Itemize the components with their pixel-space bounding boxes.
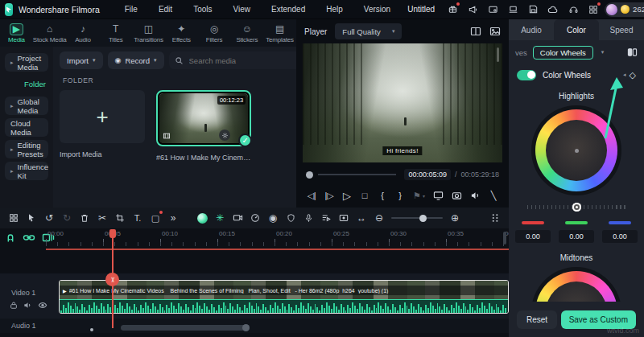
menu-file[interactable]: File: [114, 5, 148, 14]
search-input[interactable]: [188, 55, 297, 66]
tab-audio[interactable]: ♪ Audio: [67, 23, 100, 43]
delete-icon[interactable]: [76, 209, 93, 227]
zoom-slider-handle[interactable]: [419, 215, 427, 222]
link-clips-icon[interactable]: [23, 232, 35, 243]
tab-stickers[interactable]: ☺ Stickers: [230, 23, 263, 43]
volume-button[interactable]: [470, 191, 481, 200]
highlights-luminance-slider[interactable]: [527, 203, 625, 212]
sidebar-item-editing-presets[interactable]: ▸ Editing Presets: [5, 140, 48, 158]
seek-track[interactable]: [318, 174, 396, 175]
play-button[interactable]: ▷: [342, 190, 352, 202]
tab-color-props[interactable]: Color: [554, 19, 599, 40]
sidebar-item-global-media[interactable]: ▸ Global Media: [5, 97, 48, 115]
crop-icon[interactable]: [111, 209, 129, 227]
color-wheels-chip[interactable]: Color Wheels: [533, 46, 593, 60]
mark-out-button[interactable]: }: [395, 191, 405, 200]
record-button[interactable]: ◉ Record ▾: [108, 51, 164, 69]
account-credits-pill[interactable]: 26286: [605, 2, 644, 17]
motion-track-icon[interactable]: ◉: [264, 209, 282, 227]
undo-icon[interactable]: ↺: [40, 209, 58, 227]
sidebar-item-cloud-media[interactable]: Cloud Media: [5, 118, 48, 137]
save-icon[interactable]: [526, 3, 539, 16]
tab-templates[interactable]: ▤ Templates: [263, 23, 296, 43]
track-mute-icon[interactable]: [23, 301, 32, 310]
menu-view[interactable]: View: [222, 5, 261, 14]
menu-version[interactable]: Version: [353, 5, 401, 14]
mark-in-button[interactable]: {: [378, 191, 387, 200]
menu-help[interactable]: Help: [316, 5, 353, 14]
timeline-ruler[interactable]: 00:00 00:05 00:10 00:15 00:20 00:25 00:3…: [0, 228, 509, 249]
card-settings-icon[interactable]: [486, 3, 499, 16]
text-tool-icon[interactable]: T.: [129, 209, 147, 227]
auto-resize-icon[interactable]: ↔: [353, 209, 370, 227]
toolbox-icon[interactable]: [5, 209, 23, 227]
expand-chevron-icon[interactable]: ▸: [10, 168, 14, 175]
red-value[interactable]: 0.00: [515, 230, 551, 243]
highlights-color-wheel[interactable]: [531, 105, 621, 195]
chevron-down-icon[interactable]: ▾: [601, 49, 605, 55]
display-output-button[interactable]: [433, 191, 444, 200]
mask-shield-icon[interactable]: [282, 209, 299, 227]
camera-add-icon[interactable]: [229, 209, 246, 227]
voiceover-mic-icon[interactable]: [299, 209, 317, 227]
timeline-horizontal-scrollbar[interactable]: [121, 325, 250, 331]
snapshot-camera-button[interactable]: [452, 191, 462, 200]
expand-chevron-icon[interactable]: ▸: [10, 60, 14, 66]
menu-tools[interactable]: Tools: [183, 5, 222, 14]
tab-audio-props[interactable]: Audio: [509, 19, 554, 40]
magnet-snap-icon[interactable]: [5, 232, 16, 244]
ai-mask-icon[interactable]: ✳: [211, 209, 229, 227]
search-box[interactable]: [169, 51, 303, 69]
compare-before-after-icon[interactable]: [627, 47, 638, 57]
preview-video[interactable]: Hi friends!: [303, 43, 502, 162]
render-preview-icon[interactable]: [317, 209, 335, 227]
menu-extended[interactable]: Extended: [261, 5, 316, 14]
sidebar-item-folder[interactable]: Folder: [5, 75, 48, 93]
tab-filters[interactable]: ◎ Filters: [198, 23, 231, 43]
slider-handle[interactable]: [572, 203, 581, 212]
tab-media[interactable]: ▶ Media: [0, 23, 33, 43]
megaphone-icon[interactable]: [466, 3, 479, 16]
support-headset-icon[interactable]: [567, 3, 580, 16]
previous-frame-button[interactable]: ◁|: [307, 191, 316, 201]
clip-speed-icon[interactable]: [219, 129, 230, 141]
split-scissors-icon[interactable]: ✂: [93, 209, 111, 227]
preset-truncated-label[interactable]: ves: [515, 48, 527, 57]
tab-transitions[interactable]: ◫ Transitions: [132, 23, 165, 43]
tab-stock-media[interactable]: ⌂ Stock Media: [33, 23, 67, 43]
apps-grid-icon[interactable]: [587, 3, 600, 16]
menu-edit[interactable]: Edit: [148, 5, 183, 14]
preview-scrollbar[interactable]: [497, 47, 499, 62]
scene-image-icon[interactable]: [489, 27, 501, 36]
speed-ramp-icon[interactable]: [246, 209, 264, 227]
wheel-center-handle[interactable]: [575, 149, 579, 153]
quality-select[interactable]: Full Quality ▾: [335, 23, 402, 39]
pen-tool-button[interactable]: ╲: [489, 191, 498, 201]
track-lock-icon[interactable]: [10, 301, 18, 310]
tab-speed-props[interactable]: Speed: [599, 19, 644, 40]
split-at-playhead-button[interactable]: ✂: [105, 273, 119, 286]
collapse-arrow-icon[interactable]: ◂: [623, 72, 626, 78]
zoom-out-icon[interactable]: ⊖: [370, 209, 388, 227]
sidebar-item-project-media[interactable]: ▸ Project Media: [5, 53, 48, 72]
timeline-scrollbar-knob[interactable]: [242, 324, 250, 331]
import-media-tile[interactable]: +: [60, 90, 145, 143]
expand-chevron-icon[interactable]: ▸: [10, 146, 14, 153]
green-value[interactable]: 0.00: [559, 230, 594, 243]
cloud-backup-icon[interactable]: [547, 3, 559, 16]
color-wheels-toggle[interactable]: [517, 70, 536, 80]
audio-track-lane[interactable]: [0, 319, 509, 333]
gift-icon[interactable]: [446, 3, 459, 16]
track-manager-icon[interactable]: [486, 209, 504, 227]
zoom-in-icon[interactable]: ⊕: [446, 209, 464, 227]
track-hide-eye-icon[interactable]: [38, 301, 47, 310]
select-tool-icon[interactable]: [23, 209, 40, 227]
more-tools-icon[interactable]: »: [164, 209, 182, 227]
playhead-handle[interactable]: [109, 229, 116, 238]
timeline-zoom-slider[interactable]: [391, 217, 443, 219]
filmora-logo-icon[interactable]: [5, 3, 13, 16]
chroma-key-icon[interactable]: [193, 209, 211, 227]
sidebar-item-influence-kit[interactable]: ▸ Influence Kit: [5, 162, 48, 180]
marker-tool-icon[interactable]: ▢: [147, 209, 164, 227]
expand-chevron-icon[interactable]: ▸: [10, 103, 14, 109]
